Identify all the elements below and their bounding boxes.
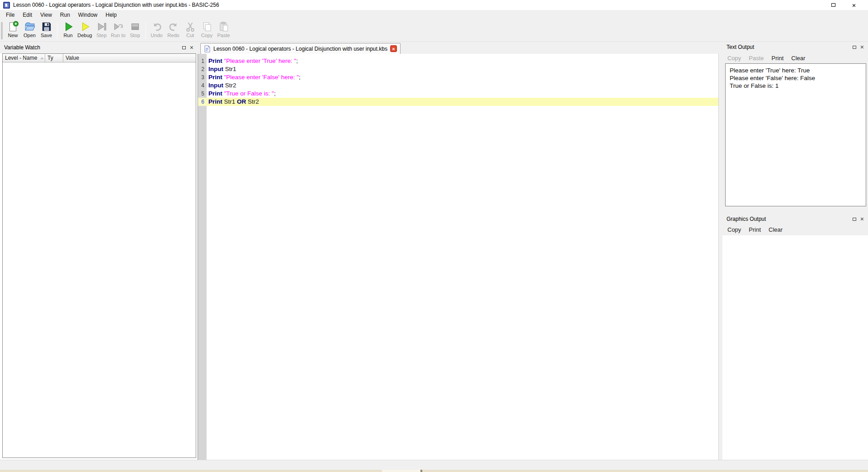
line-number[interactable]: 5 (198, 90, 207, 98)
graphics-output-print-button[interactable]: Print (749, 226, 761, 233)
basic256-app-icon (3, 2, 10, 9)
menu-item-edit[interactable]: Edit (19, 10, 36, 20)
toolbar-button-cut[interactable]: Cut (182, 21, 198, 38)
toolbar-label: Copy (201, 33, 213, 38)
menu-item-help[interactable]: Help (102, 10, 121, 20)
toolbar-button-paste[interactable]: Paste (215, 21, 232, 38)
restore-button[interactable] (823, 0, 844, 10)
redo-icon (168, 21, 179, 33)
toolbar-button-step[interactable]: Step (93, 21, 110, 38)
variable-watch-table[interactable]: Level - NameTyValue (2, 53, 196, 458)
taskbar-edge-divider (420, 470, 422, 472)
status-bar (0, 460, 868, 470)
close-icon: × (852, 2, 856, 9)
graphics-output-title: Graphics Output (726, 216, 766, 222)
document-icon (203, 45, 211, 52)
text-output-area[interactable]: Please enter 'True' here: TruePlease ent… (725, 63, 866, 206)
toolbar-button-redo[interactable]: Redo (165, 21, 182, 38)
code-text: Print Str1 OR Str2 (207, 98, 718, 106)
menu-item-window[interactable]: Window (74, 10, 102, 20)
toolbar-button-copy[interactable]: Copy (198, 21, 215, 38)
toolbar-label: Save (41, 33, 52, 38)
text-output-paste-button[interactable]: Paste (749, 55, 764, 62)
watch-column-value[interactable]: Value (63, 54, 196, 62)
graphics-output-close-icon[interactable]: × (860, 216, 864, 222)
graphics-output-toolbar: CopyPrintClear (722, 224, 868, 234)
code-line-5[interactable]: 5Print "True or False is: "; (198, 90, 718, 98)
editor-tab-label: Lesson 0060 - Logical operators - Logica… (213, 46, 387, 52)
variable-watch-close-icon[interactable]: × (190, 45, 193, 50)
toolbar-label: Run (63, 33, 72, 38)
new-file-icon (7, 21, 19, 33)
toolbar: NewOpenSaveRunDebugStepRun toStopUndoRed… (0, 20, 868, 42)
line-number[interactable]: 3 (198, 73, 207, 81)
undo-icon (151, 21, 163, 33)
text-output-titlebar: Text Output × (722, 42, 868, 52)
toolbar-button-stop[interactable]: Stop (127, 21, 143, 38)
tab-close-icon[interactable]: × (390, 45, 397, 52)
watch-column-label: Value (66, 55, 79, 61)
code-line-3[interactable]: 3Print "Please enter 'False' here: "; (198, 73, 718, 81)
line-number[interactable]: 1 (198, 57, 207, 65)
toolbar-label: Redo (167, 33, 179, 38)
code-text: Input Str1 (207, 65, 718, 73)
code-line-2[interactable]: 2Input Str1 (198, 65, 718, 73)
editor-tab-bar: Lesson 0060 - Logical operators - Logica… (198, 42, 719, 54)
text-output-print-button[interactable]: Print (772, 55, 784, 62)
menu-item-run[interactable]: Run (56, 10, 74, 20)
graphics-output-titlebar: Graphics Output × (722, 214, 868, 224)
cut-icon (184, 21, 196, 33)
line-number[interactable]: 6 (198, 98, 207, 106)
toolbar-button-undo[interactable]: Undo (148, 21, 165, 38)
debug-icon (79, 21, 91, 33)
text-output-float-icon[interactable] (853, 46, 856, 49)
text-output-toolbar: CopyPastePrintClear (722, 53, 868, 63)
variable-watch-float-icon[interactable] (182, 46, 186, 49)
code-line-6[interactable]: 6Print Str1 OR Str2 (198, 98, 718, 106)
window-controls: × (802, 0, 864, 10)
variable-watch-titlebar: Variable Watch × (0, 42, 198, 53)
toolbar-button-run-to[interactable]: Run to (110, 21, 127, 38)
text-output-copy-button[interactable]: Copy (727, 55, 741, 62)
open-folder-icon (24, 21, 36, 33)
toolbar-grip[interactable] (1, 22, 3, 39)
menu-item-file[interactable]: File (2, 10, 19, 20)
taskbar-edge (0, 470, 868, 472)
code-text: Print "Please enter 'True' here: "; (207, 57, 718, 65)
text-output-clear-button[interactable]: Clear (791, 55, 805, 62)
graphics-output-copy-button[interactable]: Copy (727, 226, 741, 233)
line-number-gutter (198, 54, 207, 460)
toolbar-label: Paste (217, 33, 230, 38)
toolbar-label: Run to (111, 33, 125, 38)
line-number[interactable]: 4 (198, 81, 207, 90)
code-line-1[interactable]: 1Print "Please enter 'True' here: "; (198, 57, 718, 65)
close-button[interactable]: × (844, 0, 864, 10)
graphics-output-clear-button[interactable]: Clear (769, 226, 783, 233)
text-output-close-icon[interactable]: × (860, 44, 864, 50)
line-number[interactable]: 2 (198, 65, 207, 73)
toolbar-button-save[interactable]: Save (38, 21, 55, 38)
graphics-output-area[interactable] (722, 235, 868, 460)
output-panels-region: Text Output × CopyPastePrintClear Please… (719, 42, 868, 460)
splitter-text-graphics[interactable] (722, 206, 868, 214)
editor-tab[interactable]: Lesson 0060 - Logical operators - Logica… (200, 43, 401, 54)
minimize-button[interactable] (802, 0, 823, 10)
code-editor[interactable]: 1Print "Please enter 'True' here: ";2Inp… (198, 54, 719, 460)
menu-item-view[interactable]: View (36, 10, 56, 20)
watch-column-level---name[interactable]: Level - Name (3, 54, 45, 62)
watch-column-ty[interactable]: Ty (45, 54, 63, 62)
code-text: Print "Please enter 'False' here: "; (207, 73, 718, 81)
toolbar-button-run[interactable]: Run (60, 21, 76, 38)
text-output-title: Text Output (726, 44, 754, 50)
code-line-4[interactable]: 4Input Str2 (198, 81, 718, 90)
graphics-output-float-icon[interactable] (853, 218, 856, 221)
menu-bar: FileEditViewRunWindowHelp (0, 10, 868, 20)
toolbar-button-open[interactable]: Open (21, 21, 38, 38)
toolbar-button-debug[interactable]: Debug (76, 21, 93, 38)
code-text: Print "True or False is: "; (207, 90, 718, 98)
paste-icon (218, 21, 230, 33)
taskbar-edge-highlight (382, 470, 420, 472)
save-icon (41, 21, 52, 33)
toolbar-button-new[interactable]: New (5, 21, 21, 38)
toolbar-label: Step (96, 33, 107, 38)
